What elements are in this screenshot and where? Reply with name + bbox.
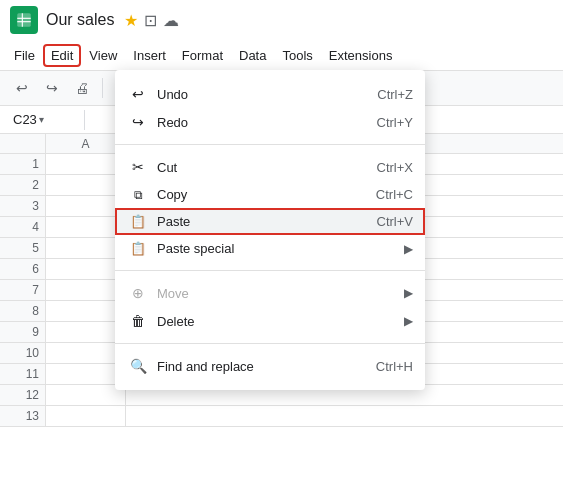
svg-rect-1 (17, 18, 31, 19)
cell-a13[interactable] (46, 406, 126, 426)
row-number: 9 (0, 322, 46, 342)
move-label: Move (157, 286, 396, 301)
cell-a5[interactable] (46, 238, 126, 258)
find-replace-label: Find and replace (157, 359, 368, 374)
menu-edit[interactable]: Edit (43, 44, 81, 67)
menu-data[interactable]: Data (231, 44, 274, 67)
menu-tools[interactable]: Tools (274, 44, 320, 67)
redo-icon: ↪ (127, 114, 149, 130)
cloud-icon[interactable]: ☁ (163, 11, 179, 30)
cell-a9[interactable] (46, 322, 126, 342)
undo-button[interactable]: ↩ (8, 74, 36, 102)
move-to-icon[interactable]: ⊡ (144, 11, 157, 30)
paste-special-arrow: ▶ (404, 242, 413, 256)
menu-file[interactable]: File (6, 44, 43, 67)
row-number: 3 (0, 196, 46, 216)
delete-icon: 🗑 (127, 313, 149, 329)
cell-a8[interactable] (46, 301, 126, 321)
table-row: 13 (0, 406, 563, 427)
menu-paste-special-item[interactable]: 📋 Paste special ▶ (115, 235, 425, 262)
menu-move-item: ⊕ Move ▶ (115, 279, 425, 307)
row-number: 7 (0, 280, 46, 300)
menu-undo-item[interactable]: ↩ Undo Ctrl+Z (115, 80, 425, 108)
cut-icon: ✂ (127, 159, 149, 175)
cell-a11[interactable] (46, 364, 126, 384)
svg-rect-3 (22, 13, 23, 27)
star-icon[interactable]: ★ (124, 11, 138, 30)
find-section: 🔍 Find and replace Ctrl+H (115, 343, 425, 384)
cell-a2[interactable] (46, 175, 126, 195)
menu-format[interactable]: Format (174, 44, 231, 67)
row-number: 11 (0, 364, 46, 384)
row-number: 12 (0, 385, 46, 405)
copy-label: Copy (157, 187, 368, 202)
menu-delete-item[interactable]: 🗑 Delete ▶ (115, 307, 425, 335)
title-bar: Our sales ★ ⊡ ☁ (0, 0, 563, 40)
title-icons: ★ ⊡ ☁ (124, 11, 179, 30)
delete-label: Delete (157, 314, 396, 329)
row-number: 5 (0, 238, 46, 258)
find-replace-shortcut: Ctrl+H (376, 359, 413, 374)
menu-copy-item[interactable]: ⧉ Copy Ctrl+C (115, 181, 425, 208)
cell-a7[interactable] (46, 280, 126, 300)
row-number: 13 (0, 406, 46, 426)
copy-icon: ⧉ (127, 188, 149, 202)
move-delete-section: ⊕ Move ▶ 🗑 Delete ▶ (115, 270, 425, 339)
redo-button[interactable]: ↪ (38, 74, 66, 102)
cell-ref-value: C23 (13, 112, 37, 127)
cut-label: Cut (157, 160, 369, 175)
edit-dropdown-menu: ↩ Undo Ctrl+Z ↪ Redo Ctrl+Y ✂ Cut Ctrl+X… (115, 70, 425, 390)
paste-label: Paste (157, 214, 369, 229)
delete-arrow: ▶ (404, 314, 413, 328)
undo-redo-section: ↩ Undo Ctrl+Z ↪ Redo Ctrl+Y (115, 76, 425, 140)
undo-icon: ↩ (127, 86, 149, 102)
app-icon (10, 6, 38, 34)
row-num-header (0, 134, 46, 153)
cell-a6[interactable] (46, 259, 126, 279)
find-icon: 🔍 (127, 358, 149, 374)
cell-a1[interactable] (46, 154, 126, 174)
row-number: 10 (0, 343, 46, 363)
clipboard-section: ✂ Cut Ctrl+X ⧉ Copy Ctrl+C 📋 Paste Ctrl+… (115, 144, 425, 266)
menu-view[interactable]: View (81, 44, 125, 67)
cell-a4[interactable] (46, 217, 126, 237)
svg-rect-0 (17, 13, 31, 27)
row-number: 2 (0, 175, 46, 195)
cell-a12[interactable] (46, 385, 126, 405)
cell-a10[interactable] (46, 343, 126, 363)
cell-reference[interactable]: C23 ▾ (6, 109, 76, 130)
menu-extensions[interactable]: Extensions (321, 44, 401, 67)
undo-label: Undo (157, 87, 369, 102)
move-arrow: ▶ (404, 286, 413, 300)
row-number: 1 (0, 154, 46, 174)
cut-shortcut: Ctrl+X (377, 160, 413, 175)
row-number: 4 (0, 217, 46, 237)
menu-find-replace-item[interactable]: 🔍 Find and replace Ctrl+H (115, 352, 425, 380)
formula-divider (84, 110, 85, 130)
cell-ref-arrow: ▾ (39, 114, 44, 125)
redo-shortcut: Ctrl+Y (377, 115, 413, 130)
row-number: 8 (0, 301, 46, 321)
paste-shortcut: Ctrl+V (377, 214, 413, 229)
print-button[interactable]: 🖨 (68, 74, 96, 102)
paste-special-label: Paste special (157, 241, 396, 256)
svg-rect-2 (17, 21, 31, 22)
copy-shortcut: Ctrl+C (376, 187, 413, 202)
menu-redo-item[interactable]: ↪ Redo Ctrl+Y (115, 108, 425, 136)
row-number: 6 (0, 259, 46, 279)
undo-shortcut: Ctrl+Z (377, 87, 413, 102)
redo-label: Redo (157, 115, 369, 130)
menu-insert[interactable]: Insert (125, 44, 174, 67)
toolbar-separator (102, 78, 103, 98)
document-title: Our sales (46, 11, 114, 29)
cell-a3[interactable] (46, 196, 126, 216)
move-icon: ⊕ (127, 285, 149, 301)
paste-special-icon: 📋 (127, 241, 149, 256)
menu-paste-item[interactable]: 📋 Paste Ctrl+V (115, 208, 425, 235)
col-header-a[interactable]: A (46, 134, 126, 153)
menu-cut-item[interactable]: ✂ Cut Ctrl+X (115, 153, 425, 181)
menu-bar: File Edit View Insert Format Data Tools … (0, 40, 563, 70)
paste-icon: 📋 (127, 214, 149, 229)
